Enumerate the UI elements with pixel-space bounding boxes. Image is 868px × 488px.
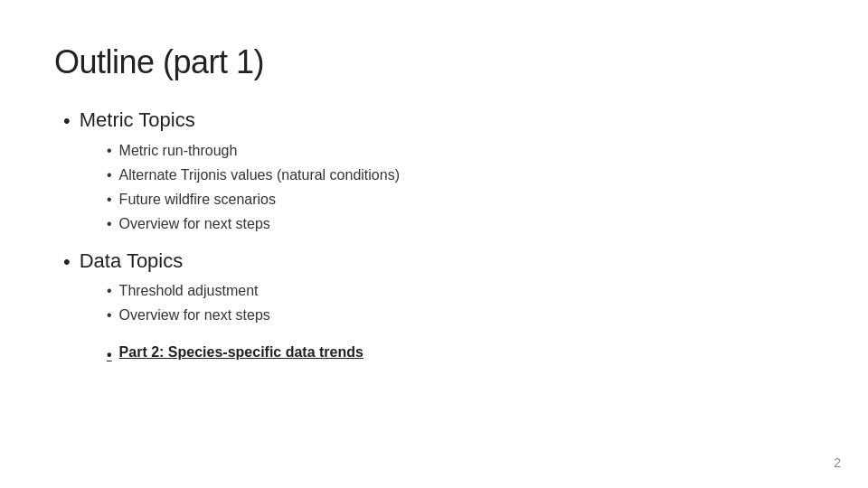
bullet-icon: • [107,164,112,186]
list-item: • Threshold adjustment [107,280,814,302]
list-item: • Metric run-through [107,140,814,162]
bullet-data-topics: • [63,249,71,276]
part2-link: • Part 2: Species-specific data trends [107,344,814,366]
sub-item-text: Metric run-through [119,140,238,162]
sub-item-text: Threshold adjustment [119,280,259,302]
bullet-icon: • [107,189,112,211]
metric-topics-header: • Metric Topics [63,108,814,135]
bullet-metric-topics: • [63,108,71,135]
data-topics-header: • Data Topics [63,249,814,276]
bullet-icon: • [107,140,112,162]
part2-section: • Part 2: Species-specific data trends [63,344,814,366]
slide-title: Outline (part 1) [54,43,814,81]
data-topics-list: • Threshold adjustment • Overview for ne… [63,280,814,326]
list-item: • Overview for next steps [107,305,814,326]
bullet-icon: • [107,213,112,235]
content-area: • Metric Topics • Metric run-through • A… [54,108,814,366]
list-item: • Future wildfire scenarios [107,189,814,211]
data-topics-section: • Data Topics • Threshold adjustment • O… [63,249,814,367]
slide: Outline (part 1) • Metric Topics • Metri… [0,0,868,488]
sub-item-text: Overview for next steps [119,213,270,235]
page-number: 2 [834,455,841,470]
bullet-icon: • [107,344,112,366]
sub-item-text: Overview for next steps [119,305,270,326]
part2-label: Part 2: Species-specific data trends [119,344,363,361]
metric-topics-section: • Metric Topics • Metric run-through • A… [63,108,814,235]
metric-topics-label: Metric Topics [80,108,195,132]
data-topics-label: Data Topics [80,249,184,273]
bullet-icon: • [107,280,112,302]
metric-topics-list: • Metric run-through • Alternate Trijoni… [63,140,814,235]
sub-item-text: Future wildfire scenarios [119,189,276,211]
list-item: • Overview for next steps [107,213,814,235]
list-item: • Alternate Trijonis values (natural con… [107,164,814,186]
sub-item-text: Alternate Trijonis values (natural condi… [119,164,400,186]
bullet-icon: • [107,305,112,326]
